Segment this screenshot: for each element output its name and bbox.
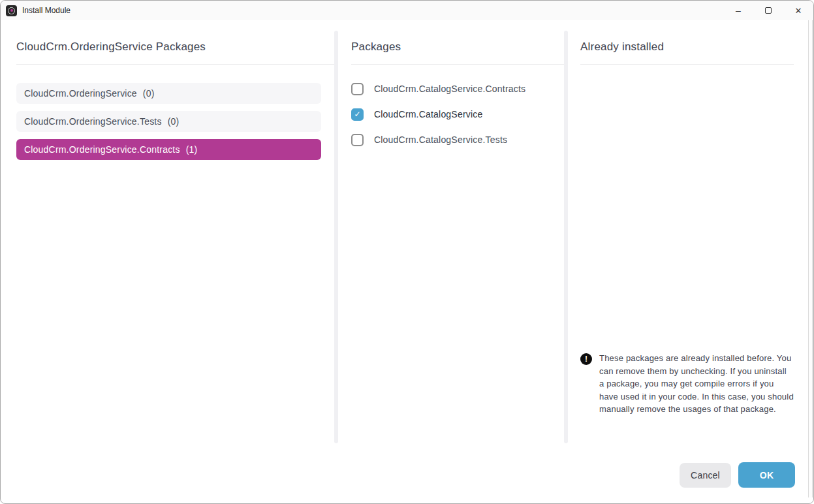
projects-list: CloudCrm.OrderingService (0) CloudCrm.Or… (16, 83, 334, 160)
already-installed-divider (580, 64, 794, 65)
panel-divider (564, 31, 568, 443)
package-label: CloudCrm.CatalogService.Tests (374, 134, 507, 145)
package-label: CloudCrm.CatalogService.Contracts (374, 84, 525, 94)
check-icon: ✓ (354, 110, 360, 118)
app-logo-icon (6, 5, 17, 16)
alert-icon: ! (580, 353, 592, 365)
ok-button[interactable]: OK (738, 462, 795, 488)
project-item-label: CloudCrm.OrderingService.Tests (24, 116, 162, 127)
projects-panel: CloudCrm.OrderingService Packages CloudC… (16, 39, 334, 167)
projects-panel-divider (16, 64, 334, 65)
minimize-icon: – (736, 5, 741, 16)
packages-list: ✓ CloudCrm.CatalogService.Contracts ✓ Cl… (351, 80, 564, 148)
packages-panel-title: Packages (351, 39, 564, 55)
package-row: ✓ CloudCrm.CatalogService.Tests (351, 131, 564, 148)
project-item-label: CloudCrm.OrderingService (24, 88, 137, 99)
already-installed-title: Already installed (580, 39, 794, 55)
titlebar: Install Module – ✕ (1, 1, 813, 20)
note-text: These packages are already installed bef… (599, 352, 794, 416)
project-item[interactable]: CloudCrm.OrderingService.Tests (0) (16, 111, 321, 132)
packages-panel: Packages ✓ CloudCrm.CatalogService.Contr… (351, 39, 564, 157)
already-installed-panel: Already installed (580, 39, 794, 65)
project-item-label: CloudCrm.OrderingService.Contracts (24, 144, 180, 155)
project-item-count: (0) (168, 116, 180, 127)
cancel-button[interactable]: Cancel (680, 463, 731, 488)
package-label: CloudCrm.CatalogService (374, 109, 482, 119)
close-button[interactable]: ✕ (783, 1, 813, 20)
project-item[interactable]: CloudCrm.OrderingService (0) (16, 83, 321, 104)
package-checkbox[interactable]: ✓ (351, 108, 364, 121)
maximize-button[interactable] (753, 1, 783, 20)
package-row: ✓ CloudCrm.CatalogService.Contracts (351, 80, 564, 97)
package-checkbox[interactable]: ✓ (351, 134, 364, 146)
scrollbar-track[interactable] (808, 20, 813, 497)
close-icon: ✕ (795, 6, 802, 16)
already-installed-note: ! These packages are already installed b… (580, 352, 794, 416)
package-checkbox[interactable]: ✓ (351, 83, 364, 95)
project-item-selected[interactable]: CloudCrm.OrderingService.Contracts (1) (16, 139, 321, 160)
minimize-button[interactable]: – (723, 1, 753, 20)
project-item-count: (0) (143, 88, 155, 99)
panel-divider (334, 31, 338, 443)
logo-ring (8, 7, 15, 14)
install-module-dialog: Install Module – ✕ CloudCrm.OrderingServ… (0, 0, 814, 504)
window-title: Install Module (22, 6, 70, 15)
window-controls: – ✕ (723, 1, 813, 20)
package-row: ✓ CloudCrm.CatalogService (351, 106, 564, 123)
logo-dot (10, 9, 13, 12)
project-item-count: (1) (186, 144, 198, 155)
packages-panel-divider (351, 64, 564, 65)
maximize-icon (765, 7, 772, 14)
projects-panel-title: CloudCrm.OrderingService Packages (16, 39, 334, 55)
